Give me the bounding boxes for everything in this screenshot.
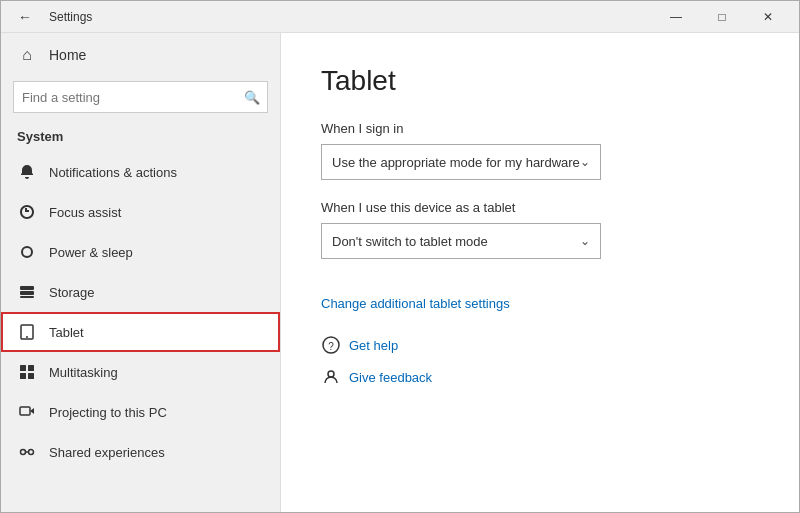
content-area: ⌂ Home 🔍 System Notifications & actions … [1, 33, 799, 512]
back-button[interactable]: ← [9, 1, 41, 33]
title-bar: ← Settings — □ ✕ [1, 1, 799, 33]
get-help-label: Get help [349, 338, 398, 353]
sidebar: ⌂ Home 🔍 System Notifications & actions … [1, 33, 281, 512]
search-input[interactable] [13, 81, 268, 113]
tablet-icon [17, 322, 37, 342]
multitasking-icon [17, 362, 37, 382]
tablet-mode-dropdown-value: Don't switch to tablet mode [332, 234, 488, 249]
sign-in-dropdown[interactable]: Use the appropriate mode for my hardware… [321, 144, 601, 180]
shared-experiences-icon [17, 442, 37, 462]
home-icon: ⌂ [17, 45, 37, 65]
sign-in-dropdown-value: Use the appropriate mode for my hardware [332, 155, 580, 170]
when-tablet-label: When I use this device as a tablet [321, 200, 759, 215]
sidebar-item-power-sleep[interactable]: Power & sleep [1, 232, 280, 272]
close-button[interactable]: ✕ [745, 1, 791, 33]
svg-rect-2 [20, 296, 34, 298]
power-sleep-label: Power & sleep [49, 245, 133, 260]
svg-rect-9 [20, 407, 30, 415]
svg-rect-8 [28, 373, 34, 379]
main-content: Tablet When I sign in Use the appropriat… [281, 33, 799, 512]
get-help-item[interactable]: ? Get help [321, 335, 759, 355]
search-icon: 🔍 [244, 90, 260, 105]
search-box: 🔍 [13, 81, 268, 113]
give-feedback-label: Give feedback [349, 370, 432, 385]
window-title: Settings [49, 10, 92, 24]
maximize-button[interactable]: □ [699, 1, 745, 33]
storage-label: Storage [49, 285, 95, 300]
power-sleep-icon [17, 242, 37, 262]
focus-assist-label: Focus assist [49, 205, 121, 220]
give-feedback-item[interactable]: Give feedback [321, 367, 759, 387]
tablet-mode-dropdown[interactable]: Don't switch to tablet mode ⌄ [321, 223, 601, 259]
sidebar-item-multitasking[interactable]: Multitasking [1, 352, 280, 392]
minimize-button[interactable]: — [653, 1, 699, 33]
svg-rect-5 [20, 365, 26, 371]
title-bar-left: ← Settings [9, 1, 653, 33]
page-title: Tablet [321, 65, 759, 97]
notifications-label: Notifications & actions [49, 165, 177, 180]
when-sign-in-label: When I sign in [321, 121, 759, 136]
projecting-label: Projecting to this PC [49, 405, 167, 420]
multitasking-label: Multitasking [49, 365, 118, 380]
get-help-icon: ? [321, 335, 341, 355]
svg-rect-1 [20, 291, 34, 295]
window-controls: — □ ✕ [653, 1, 791, 33]
sidebar-item-projecting[interactable]: Projecting to this PC [1, 392, 280, 432]
shared-experiences-label: Shared experiences [49, 445, 165, 460]
settings-window: ← Settings — □ ✕ ⌂ Home 🔍 System [0, 0, 800, 513]
focus-assist-icon [17, 202, 37, 222]
sidebar-section-title: System [1, 125, 280, 152]
svg-rect-6 [28, 365, 34, 371]
sidebar-item-notifications[interactable]: Notifications & actions [1, 152, 280, 192]
svg-point-10 [21, 450, 26, 455]
notifications-icon [17, 162, 37, 182]
sidebar-item-focus-assist[interactable]: Focus assist [1, 192, 280, 232]
tablet-label: Tablet [49, 325, 84, 340]
sidebar-item-shared-experiences[interactable]: Shared experiences [1, 432, 280, 472]
svg-rect-7 [20, 373, 26, 379]
give-feedback-icon [321, 367, 341, 387]
sidebar-item-tablet[interactable]: Tablet [1, 312, 280, 352]
tablet-mode-dropdown-arrow: ⌄ [580, 234, 590, 248]
change-settings-link[interactable]: Change additional tablet settings [321, 296, 510, 311]
help-section: ? Get help Give feedback [321, 335, 759, 387]
storage-icon [17, 282, 37, 302]
sign-in-dropdown-arrow: ⌄ [580, 155, 590, 169]
svg-point-14 [328, 371, 334, 377]
svg-rect-0 [20, 286, 34, 290]
svg-point-4 [26, 336, 28, 338]
sidebar-item-storage[interactable]: Storage [1, 272, 280, 312]
sidebar-item-home[interactable]: ⌂ Home [1, 33, 280, 77]
svg-point-11 [29, 450, 34, 455]
home-label: Home [49, 47, 86, 63]
projecting-icon [17, 402, 37, 422]
svg-text:?: ? [328, 341, 334, 352]
